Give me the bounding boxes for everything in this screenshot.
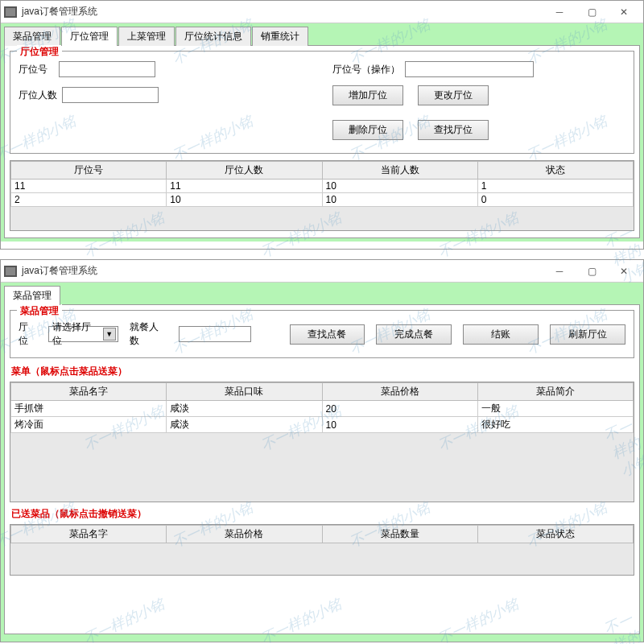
finish-order-button[interactable]: 完成点餐 xyxy=(376,324,452,345)
tab-sales-stats[interactable]: 销重统计 xyxy=(252,27,308,46)
tab-dish-mgmt[interactable]: 菜品管理 xyxy=(4,286,60,305)
diners-input[interactable] xyxy=(179,326,251,342)
maximize-button[interactable]: ▢ xyxy=(576,262,608,281)
checkout-button[interactable]: 结账 xyxy=(463,324,539,345)
col-dish-price[interactable]: 菜品价格 xyxy=(322,383,477,401)
maximize-button[interactable]: ▢ xyxy=(576,2,608,22)
modify-hall-button[interactable]: 更改厅位 xyxy=(418,85,489,105)
hall-people-input[interactable] xyxy=(62,87,159,103)
close-button[interactable]: ✕ xyxy=(608,2,640,22)
table-cell: 2 xyxy=(11,193,167,207)
minimize-button[interactable]: ─ xyxy=(543,262,576,281)
fieldset-legend: 菜品管理 xyxy=(17,304,62,318)
table-cell: 10 xyxy=(322,417,477,433)
table-cell: 0 xyxy=(477,193,633,207)
hall-op-label: 厅位号（操作） xyxy=(332,63,400,76)
table-cell: 10 xyxy=(322,180,477,193)
hall-table-wrap[interactable]: 厅位号 厅位人数 当前人数 状态 1111101210100 xyxy=(10,160,634,231)
hall-select-value: 请选择厅位 xyxy=(52,320,100,348)
close-button[interactable]: ✕ xyxy=(608,262,640,281)
table-cell: 咸淡 xyxy=(167,417,322,433)
titlebar: java订餐管理系统 ─ ▢ ✕ xyxy=(1,260,643,283)
table-cell: 10 xyxy=(322,193,477,207)
table-row[interactable]: 烤冷面咸淡10很好吃 xyxy=(11,417,634,433)
window-dish-mgmt: java订餐管理系统 ─ ▢ ✕ 菜品管理 菜品管理 厅位 请选择厅位 ▼ 就餐… xyxy=(0,259,644,642)
window-title: java订餐管理系统 xyxy=(22,264,543,278)
chevron-down-icon: ▼ xyxy=(103,328,116,341)
dish-fieldset: 菜品管理 厅位 请选择厅位 ▼ 就餐人数 查找点餐 完成点餐 结账 刷新厅位 xyxy=(10,310,634,358)
menu-table: 菜品名字 菜品口味 菜品价格 菜品简介 手抓饼咸淡20一般烤冷面咸淡10很好吃 xyxy=(10,382,634,433)
app-icon xyxy=(4,6,17,18)
col-sel-status[interactable]: 菜品状态 xyxy=(477,526,633,543)
tab-pane-hall: 厅位管理 厅位号 厅位人数 厅位号（操作） xyxy=(4,45,640,238)
col-current-people[interactable]: 当前人数 xyxy=(322,162,477,180)
menu-table-wrap[interactable]: 菜品名字 菜品口味 菜品价格 菜品简介 手抓饼咸淡20一般烤冷面咸淡10很好吃 xyxy=(10,382,634,502)
hall-label: 厅位 xyxy=(19,320,37,348)
col-dish-taste[interactable]: 菜品口味 xyxy=(167,383,322,401)
col-dish-desc[interactable]: 菜品简介 xyxy=(477,383,633,401)
selected-section-label: 已送菜品（鼠标点击撤销送菜） xyxy=(11,507,634,521)
window-title: java订餐管理系统 xyxy=(22,5,543,19)
col-status[interactable]: 状态 xyxy=(477,162,633,180)
table-cell: 11 xyxy=(11,180,167,193)
hall-people-label: 厅位人数 xyxy=(19,89,57,102)
tab-dish-mgmt[interactable]: 菜品管理 xyxy=(4,27,60,46)
table-row[interactable]: 210100 xyxy=(11,193,634,207)
refresh-hall-button[interactable]: 刷新厅位 xyxy=(550,324,625,345)
selected-table-wrap[interactable]: 菜品名字 菜品价格 菜品数量 菜品状态 xyxy=(10,524,634,576)
table-cell: 手抓饼 xyxy=(11,401,167,417)
table-cell: 1 xyxy=(477,180,633,193)
col-dish-name[interactable]: 菜品名字 xyxy=(11,383,167,401)
tab-serve-mgmt[interactable]: 上菜管理 xyxy=(118,27,175,46)
app-icon xyxy=(4,266,17,277)
hall-table: 厅位号 厅位人数 当前人数 状态 1111101210100 xyxy=(10,161,634,207)
table-cell: 一般 xyxy=(477,401,633,417)
fieldset-legend: 厅位管理 xyxy=(17,45,62,59)
tab-hall-stats[interactable]: 厅位统计信息 xyxy=(175,27,251,46)
add-hall-button[interactable]: 增加厅位 xyxy=(332,85,403,105)
tab-bar: 菜品管理 厅位管理 上菜管理 厅位统计信息 销重统计 xyxy=(4,27,640,46)
col-hall-no[interactable]: 厅位号 xyxy=(11,162,167,180)
selected-table: 菜品名字 菜品价格 菜品数量 菜品状态 xyxy=(10,525,634,543)
table-cell: 烤冷面 xyxy=(11,417,167,433)
search-order-button[interactable]: 查找点餐 xyxy=(290,324,365,345)
col-hall-people[interactable]: 厅位人数 xyxy=(167,162,322,180)
table-cell: 10 xyxy=(167,193,322,207)
hall-op-input[interactable] xyxy=(405,61,534,77)
tab-pane-dish: 菜品管理 厅位 请选择厅位 ▼ 就餐人数 查找点餐 完成点餐 结账 刷新厅位 菜 xyxy=(4,304,640,634)
table-row[interactable]: 1111101 xyxy=(11,180,634,193)
hall-no-input[interactable] xyxy=(59,61,155,77)
hall-select[interactable]: 请选择厅位 ▼ xyxy=(48,326,118,342)
tab-bar: 菜品管理 xyxy=(4,286,640,305)
tab-hall-mgmt[interactable]: 厅位管理 xyxy=(61,27,118,46)
table-row[interactable]: 手抓饼咸淡20一般 xyxy=(11,401,634,417)
table-cell: 11 xyxy=(167,180,322,193)
minimize-button[interactable]: ─ xyxy=(543,2,576,22)
table-cell: 咸淡 xyxy=(167,401,322,417)
diners-label: 就餐人数 xyxy=(130,320,167,348)
search-hall-button[interactable]: 查找厅位 xyxy=(418,120,489,140)
window-hall-mgmt: java订餐管理系统 ─ ▢ ✕ 菜品管理 厅位管理 上菜管理 厅位统计信息 销… xyxy=(0,0,644,250)
titlebar: java订餐管理系统 ─ ▢ ✕ xyxy=(1,1,643,23)
hall-fieldset: 厅位管理 厅位号 厅位人数 厅位号（操作） xyxy=(10,51,634,154)
menu-section-label: 菜单（鼠标点击菜品送菜） xyxy=(11,365,634,378)
table-cell: 20 xyxy=(322,401,477,417)
col-sel-name[interactable]: 菜品名字 xyxy=(11,526,167,543)
col-sel-qty[interactable]: 菜品数量 xyxy=(322,526,477,543)
table-cell: 很好吃 xyxy=(477,417,633,433)
hall-no-label: 厅位号 xyxy=(19,63,54,76)
col-sel-price[interactable]: 菜品价格 xyxy=(167,526,322,543)
delete-hall-button[interactable]: 删除厅位 xyxy=(332,120,403,140)
